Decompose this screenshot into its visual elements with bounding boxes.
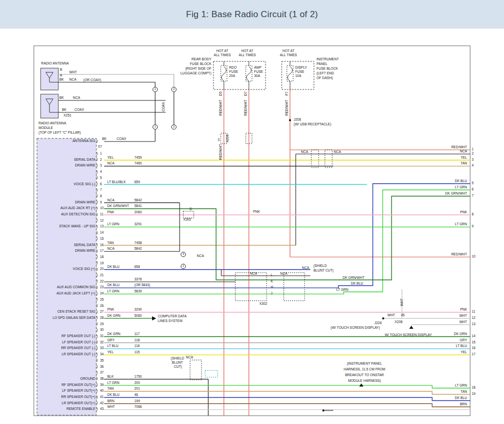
diagram-label: 10A — [295, 74, 301, 78]
wire-circuit-label: 2060 — [134, 211, 142, 214]
pin-number: 27 — [100, 310, 104, 314]
wire-circuit-label: 115 — [134, 351, 140, 354]
wire-color-label: LT BLU — [456, 344, 467, 348]
wire-color-label: LT GRN — [107, 290, 119, 293]
pin-signal-label: AUX AUD JACK LEFT (+) — [57, 292, 95, 295]
pin-tick: ) — [96, 212, 98, 216]
pin-number: 28 — [100, 316, 104, 320]
pin-tick: ) — [96, 236, 98, 240]
pin-number: 14 — [472, 335, 475, 338]
diagram-label: RED/WHT — [285, 100, 289, 115]
wire-color-label: GRY — [107, 339, 115, 342]
wire-color-label: DK GRN/WHT — [445, 192, 467, 196]
pin-number: 26 — [100, 304, 104, 308]
pin-number: 39 — [100, 383, 104, 387]
pin-signal-label: SERIAL DATA — [74, 243, 95, 247]
pin-number: 4 — [472, 164, 474, 168]
wire-color-label: LT GRN — [107, 223, 119, 226]
diagram-label: NCA — [73, 96, 80, 100]
radio-antenna-title: RADIO ANTENNA — [41, 62, 69, 66]
diagram-label: BK — [59, 96, 64, 100]
diagram-label: NCA — [197, 254, 204, 258]
wire-circuit-label: 5842 — [134, 247, 142, 251]
pin-signal-label: STACK WAKE - UP SIG — [59, 225, 95, 228]
wire-color-label: NCA — [460, 150, 467, 153]
pin-number: 2 — [100, 158, 102, 162]
radio-connector-block — [37, 138, 96, 415]
pin-number: 29 — [100, 323, 104, 326]
pin-tick: ) — [96, 376, 98, 380]
pin-tick: ) — [96, 297, 98, 301]
pin-number: 12 — [100, 219, 104, 223]
wire-color-label: DK BLU — [455, 179, 467, 183]
wire-color-label: YEL — [107, 351, 114, 354]
diagram-label: NCA — [250, 272, 257, 276]
wire-color-label: PNK — [107, 308, 114, 312]
wire-color-label: PNK — [460, 211, 467, 214]
wire-color-label: LT GRN — [455, 384, 467, 388]
pin-tick: ) — [96, 291, 98, 295]
diagram-label: MODULE — [39, 126, 53, 130]
wire-color-label: DK BLU — [107, 284, 119, 287]
pin-signal-label: LO SPD GMLAN SER DATA — [53, 316, 95, 320]
wire-circuit-label: 659 — [134, 181, 140, 184]
wire-color-label: BK — [102, 137, 107, 141]
diagram-label: B — [60, 68, 62, 72]
pin-signal-label: SERIAL DATA — [74, 158, 95, 162]
wire-color-label: DK GRN — [107, 332, 120, 336]
pin-tick: ) — [96, 352, 98, 356]
pin-tick: ) — [96, 315, 98, 319]
pin-number: 3 — [100, 164, 102, 168]
diagram-label: RDO — [229, 66, 236, 70]
pin-tick: ) — [96, 182, 98, 186]
wire-color-label: PNK — [460, 308, 467, 312]
pin-tick: ) — [96, 340, 98, 344]
pin-number: 12 — [472, 316, 475, 320]
wire-circuit-label: 3290 — [134, 308, 142, 312]
pin-tick: ) — [96, 224, 98, 228]
connector-id: X302 — [259, 302, 267, 306]
wire-color-label: RED/WHT — [451, 146, 467, 149]
diagram-label: 20A — [229, 74, 235, 78]
wire-circuit-label: 116 — [134, 344, 140, 348]
diagram-label: NCA — [334, 150, 341, 154]
pin-number: 3 — [472, 158, 474, 162]
pin-number: 19 — [472, 392, 475, 396]
pin-signal-label: RF SPEAKER OUT (-) — [61, 335, 95, 338]
diagram-label: RADIO ANTENNA — [39, 122, 66, 125]
pin-number: 43 — [100, 407, 104, 411]
pin-signal-label: CEN STACK RESET SIG — [57, 310, 95, 314]
pin-number: 23 — [100, 286, 104, 289]
diagram-label: A — [60, 74, 62, 78]
pin-signal-label: GROUND — [80, 377, 95, 381]
diagram-label: FUSE BLOCK — [190, 62, 211, 66]
pin-tick: ) — [96, 346, 98, 350]
pin-tick: ) — [96, 285, 98, 289]
wire-circuit-label: 7460 — [134, 162, 142, 165]
pin-number: 7 — [472, 194, 474, 198]
wire-color-label: TAN — [107, 241, 114, 245]
pin-tick: ) — [96, 188, 98, 192]
pin-tick: ) — [96, 334, 98, 338]
pin-number: 10 — [100, 207, 104, 210]
pin-signal-label: LF SPEAKER OUT (-) — [62, 341, 95, 344]
circled-number-label: 2 — [173, 125, 174, 129]
pin-number: 14 — [100, 231, 104, 235]
pin-tick: ) — [96, 151, 98, 156]
pin-number: 34 — [100, 353, 104, 356]
diagram-label: OF DASH) — [317, 76, 333, 80]
pin-number: 35 — [100, 359, 104, 363]
splice-dot — [322, 409, 324, 412]
diagram-label: (TOP OF LEFT "C" PILLAR) — [39, 131, 81, 135]
wire-circuit-label: 5060 — [134, 314, 142, 318]
diagram-label: J — [271, 292, 272, 295]
pin-number: 15 — [100, 237, 104, 241]
pin-number: 21 — [100, 274, 104, 277]
wire-circuit-label: 201 — [134, 387, 140, 391]
pin-tick: ) — [96, 273, 98, 277]
diagram-label: RED/WHT — [219, 144, 223, 160]
hot-at-all-times: HOT AT — [283, 49, 295, 53]
pin-tick: ) — [96, 279, 98, 283]
diagram-label: WHT — [387, 314, 395, 317]
splice-dot — [382, 317, 384, 319]
